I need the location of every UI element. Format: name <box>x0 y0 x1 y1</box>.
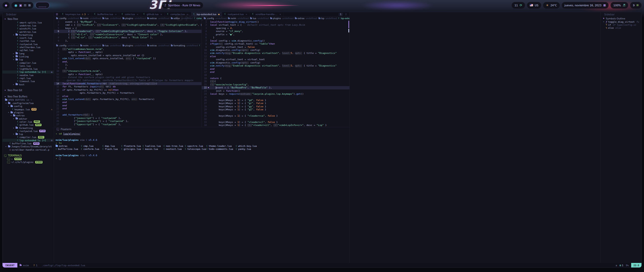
tree-item[interactable]: ☾compiler.lua <box>3 61 54 64</box>
tree-item[interactable]: OPEN BUFFERS in ~ <box>3 98 54 101</box>
breadcrumb-item[interactable]: nvim <box>228 17 236 20</box>
tree-item[interactable]: ☾rustfmt.lua <box>3 40 54 43</box>
code-line[interactable]: 14 local function add_formatters(tbl :ta… <box>54 82 202 85</box>
code-line[interactable]: 13 config.virtual_text = virtual_text <box>202 58 349 61</box>
outline-item[interactable]: ϟelseelse <box>601 26 641 29</box>
tasklist-pill[interactable]: _____ <box>35 2 49 9</box>
code-line[interactable]: 22◆ event = { "BufReadPre", "BufNewFile"… <box>202 86 349 89</box>
tree-item[interactable]: ☾winshift.lua <box>3 27 54 30</box>
breadcrumb-item[interactable]: ☾rustywind.lua <box>199 44 202 47</box>
code-line[interactable]: 3 spacing = 4, <box>202 27 349 30</box>
buffer-tab[interactable]: ☾lsp-extended.lua● <box>191 12 222 16</box>
tree-item[interactable]: ☾timeout.lua <box>3 80 54 83</box>
editor-pane-lsp-extended[interactable]: .configundefinednvimundefinedluaundefine… <box>202 17 349 127</box>
code-line[interactable]: 28 keys[#keys + 1] = { "gy", false } <box>202 105 349 108</box>
tree-item[interactable]: ▾lsp <box>3 58 54 61</box>
buffer-tab[interactable]: ☾color.lua× <box>119 12 141 16</box>
tree-item[interactable]: ▾extras <box>3 114 54 117</box>
tree-item[interactable]: ☾compiler.lua#682 <box>3 136 54 139</box>
breadcrumb-item[interactable]: nvim <box>80 17 89 20</box>
code-line[interactable]: 18 <box>202 74 349 77</box>
outline-item[interactable]: ▾ƒtoggle_diag_virtextfu <box>601 20 641 23</box>
code-line[interactable]: 11 opts = function(_, opts) <box>54 73 202 76</box>
tree-item[interactable]: ☾sqlfmt.lua <box>3 49 54 52</box>
tree-item[interactable]: ☾repl.lua <box>3 77 54 80</box>
code-line[interactable]: 11 vim.notify(msg: "Disable diagnostics … <box>202 52 349 55</box>
tree-item[interactable]: ☾color.lua#493 <box>3 120 54 123</box>
tree-item[interactable]: ▸lang <box>3 52 54 55</box>
code-line[interactable]: 24 add_formatters(tbl: { <box>54 113 202 116</box>
code-line[interactable]: 7 local config = vim.diagnostic.config() <box>202 39 349 42</box>
tree-item[interactable]: ☾lsp-extended.lu[+]◎ <box>3 139 54 142</box>
tree-item[interactable]: ▸Juegos/Indies/SteamLibrary/st <box>3 145 54 148</box>
code-line[interactable]: 34 keys[#keys + 1] = { [1]"<leader>cil",… <box>202 124 349 127</box>
terminal-output[interactable]: ›cdlua/plugins/ nvim/lua/pluginsvia☾v5.4… <box>54 131 349 160</box>
music-widget[interactable]: ♪ Spiritbox - Rule Of Nines <box>162 2 203 9</box>
code-line[interactable]: 6 } <box>202 36 349 39</box>
code-line[interactable]: 27 keys[#keys + 1] = { "gr", false } <box>202 102 349 105</box>
code-line[interactable]: 10 vim.diagnostic.config(opts: config) <box>202 49 349 52</box>
buffer-tab[interactable]: ☾bufferline.lua× <box>92 12 119 16</box>
code-line[interactable]: 21 [1]"neovim/nvim-lspconfig", <box>202 83 349 86</box>
close-icon[interactable]: × <box>246 13 248 16</box>
neotree-git-header[interactable]: ▾ Neo-Tree Git <box>3 88 54 92</box>
close-icon[interactable]: × <box>115 13 117 16</box>
symbols-outline-header[interactable]: ✦ Symbols Outline <box>601 17 641 20</box>
screens-widget[interactable]: 9 ⊞ <box>630 2 641 9</box>
launcher-button[interactable]: ◆ <box>3 2 10 9</box>
tree-item[interactable]: ▸test <box>3 83 54 86</box>
code-line[interactable]: 9 }, <box>54 39 202 42</box>
code-line[interactable]: 13 ---@param tbl table<string, conform.F… <box>54 79 202 82</box>
breadcrumb-item[interactable]: lsp <box>318 17 325 20</box>
tree-item[interactable]: ▾formatting <box>3 126 54 129</box>
code-line[interactable]: 7 { [1]"<S-C->", [2]"<cmd>CccConvert<cr>… <box>54 33 202 36</box>
code-line[interactable]: 15 vim.notify(msg: "Enabled diagnostics … <box>202 64 349 67</box>
tree-item[interactable]: ▾config <box>3 105 54 108</box>
code-line[interactable]: 21 end <box>54 104 202 107</box>
tree-item[interactable]: ▾lsp <box>3 133 54 136</box>
tree-item[interactable]: ☾lens.lua <box>3 64 54 67</box>
code-line[interactable]: 26 ["javascriptreact"] = { "rustywind" }… <box>54 120 202 123</box>
code-line[interactable]: 24 local keys = require(modname: "lazyvi… <box>202 92 349 95</box>
code-line[interactable]: 10 [1]"stevearc/conform.nvim", <box>54 70 202 73</box>
breadcrumb-item[interactable]: extras <box>295 17 305 20</box>
code-line[interactable]: 19 vim.list_extend(dst: opts.formatters_… <box>54 98 202 101</box>
code-line[interactable]: 22 end <box>54 107 202 110</box>
code-line[interactable]: 31 keys[#keys + 1] = { "<leader>ca", fal… <box>202 114 349 117</box>
files-icon[interactable]: ▤ <box>24 4 26 7</box>
code-line[interactable]: 14 vim.diagnostic.config(opts: config) <box>202 61 349 64</box>
tree-item[interactable]: ▸linting <box>3 55 54 58</box>
code-line[interactable]: 5 prefix = "●", <box>202 33 349 36</box>
tree-item[interactable]: ☾smart-splits.lua <box>3 21 54 24</box>
code-line[interactable]: 3 event = { "BufRead" }, <box>54 20 202 23</box>
breadcrumb-item[interactable]: .config <box>56 44 66 47</box>
editor-pane-rustywind[interactable]: .configundefinednvimundefinedluaundefine… <box>54 44 202 127</box>
breadcrumb-item[interactable]: .config <box>204 17 214 20</box>
close-icon[interactable]: × <box>187 13 189 16</box>
breadcrumb-item[interactable]: ☾color.lua <box>194 17 202 20</box>
code-line[interactable]: 32 <box>202 118 349 121</box>
code-line[interactable]: 23 <box>54 110 202 113</box>
buffer-tab[interactable]: ☾rustywind.lua× <box>222 12 250 16</box>
code-line[interactable]: 12 else <box>202 55 349 58</box>
tree-item[interactable]: ☾lsp-extended.lu[+]◎ <box>3 71 54 74</box>
code-line[interactable]: 4 source = "if_many", <box>202 30 349 33</box>
tree-item[interactable]: ▢scrollbar-handle-vertical.p <box>3 148 54 151</box>
updates-widget[interactable]: 11 ⟳ <box>512 2 525 9</box>
grid-icon[interactable]: ▦ <box>28 4 31 7</box>
buffer-tab[interactable]: ☾keymaps.lua⚠ 3× <box>60 12 92 16</box>
code-line[interactable]: 26 keys[#keys + 1] = { "gd", false } <box>202 99 349 102</box>
code-line[interactable]: 9 { <box>54 66 202 70</box>
code-line[interactable]: 16 if opts.formatters_by_ft[ft] == nil t… <box>54 88 202 91</box>
buffer-tab[interactable]: ☾scrollbar-handle-…× <box>250 12 284 16</box>
code-line[interactable]: 27 ["typescript"] = { "rustywind" }, <box>54 123 202 126</box>
tree-item[interactable]: ▾plugins <box>3 111 54 114</box>
close-icon[interactable]: × <box>87 13 89 16</box>
breadcrumb-item[interactable]: extras <box>147 17 157 20</box>
tabpage-number[interactable]: 2 <box>344 13 348 16</box>
code-line[interactable]: 25 <box>202 96 349 99</box>
tree-item[interactable]: ☾rustywind.lua#726 <box>3 129 54 132</box>
browser-icon[interactable]: ◉ <box>14 4 17 7</box>
neotree-buffers-header[interactable]: ▾ Neo-Tree Buffers <box>3 95 54 98</box>
tree-item[interactable]: ☾isort.lua <box>3 36 54 39</box>
